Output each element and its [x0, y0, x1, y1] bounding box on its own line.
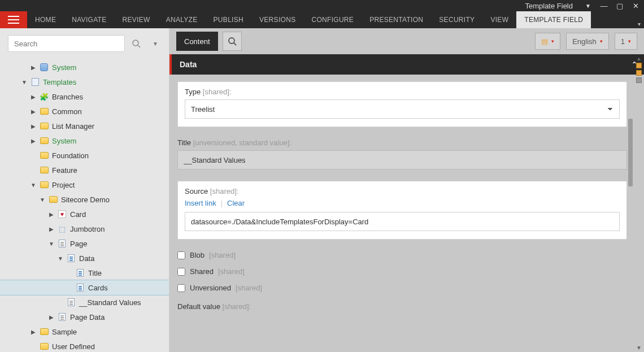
scroll-up-icon[interactable]: ▲ — [636, 55, 642, 62]
ribbon-collapse-icon[interactable]: ▾ — [638, 21, 641, 27]
folder-icon — [40, 121, 49, 131]
tree-node[interactable]: ▶__Standard Values — [0, 295, 169, 310]
expand-icon[interactable]: ▶ — [29, 123, 37, 129]
collapse-icon[interactable]: ▼ — [47, 241, 55, 247]
ribbon-tab-analyze[interactable]: ANALYZE — [158, 11, 206, 28]
tree-node[interactable]: ▶Feature — [0, 163, 169, 177]
tree-node[interactable]: ▶Title — [0, 266, 169, 280]
type-select[interactable]: Treelist — [185, 99, 620, 119]
section-header-data[interactable]: Data ⌃ — [169, 54, 644, 75]
document-icon — [76, 268, 85, 277]
tree-node[interactable]: ▶System — [0, 133, 169, 148]
toggle-placeholder: ▶ — [29, 167, 37, 173]
ribbon-tab-navigate[interactable]: NAVIGATE — [64, 11, 114, 28]
tree-node-label: Page Data — [70, 313, 105, 321]
document-icon — [76, 283, 85, 292]
tree-node[interactable]: ▶Sample — [0, 324, 169, 339]
folder-icon — [40, 342, 49, 351]
expand-icon[interactable]: ▶ — [29, 64, 37, 71]
tree-node[interactable]: ▶⬚Jumbotron — [0, 221, 169, 236]
tree-node[interactable]: ▶♥Card — [0, 207, 169, 221]
validation-marker[interactable] — [636, 70, 642, 76]
validation-marker[interactable] — [636, 77, 642, 83]
tree-node-label: Common — [52, 107, 82, 116]
expand-icon[interactable]: ▶ — [47, 211, 55, 218]
version-label: 1 — [621, 37, 625, 46]
tree-node-label: System — [52, 137, 76, 145]
svg-line-3 — [234, 43, 236, 45]
window-close-icon[interactable]: ✕ — [630, 1, 641, 11]
database-icon — [40, 63, 49, 72]
default-value-label: Default value — [177, 302, 220, 311]
search-options-dropdown[interactable]: ▼ — [147, 36, 163, 51]
tree-pane: ▼ ▶System▼Templates▶🧩Branches▶Common▶Lis… — [0, 28, 169, 352]
scrollbar-thumb[interactable] — [628, 119, 633, 186]
app-menu-button[interactable] — [0, 11, 27, 28]
expand-icon[interactable]: ▶ — [29, 138, 37, 144]
shared-checkbox[interactable] — [177, 268, 185, 276]
window-dropdown-icon[interactable]: ▼ — [583, 1, 593, 11]
ribbon-tab-versions[interactable]: VERSIONS — [251, 11, 303, 28]
svg-point-2 — [229, 38, 234, 44]
unversioned-checkbox[interactable] — [177, 284, 185, 292]
search-content-button[interactable] — [223, 32, 242, 51]
document-icon — [58, 312, 67, 321]
tree-node[interactable]: ▶Cards — [0, 280, 169, 295]
collapse-icon[interactable]: ▼ — [20, 79, 28, 85]
ribbon-tab-presentation[interactable]: PRESENTATION — [362, 11, 431, 28]
ribbon-tab-review[interactable]: REVIEW — [115, 11, 158, 28]
expand-icon[interactable]: ▶ — [29, 94, 37, 100]
tree-node[interactable]: ▼Templates — [0, 75, 169, 89]
window-maximize-icon[interactable]: ▢ — [615, 1, 625, 11]
scroll-down-icon[interactable]: ▼ — [636, 345, 642, 351]
title-input[interactable] — [177, 150, 627, 170]
tree-node[interactable]: ▼Page — [0, 236, 169, 251]
ribbon-tab-home[interactable]: HOME — [27, 11, 64, 28]
tree-node[interactable]: ▼Sitecore Demo — [0, 192, 169, 207]
list-icon: ▤ — [541, 37, 548, 46]
svg-line-1 — [138, 45, 140, 47]
ribbon-tab-view[interactable]: VIEW — [482, 11, 516, 28]
expand-icon[interactable]: ▶ — [29, 108, 37, 115]
collapse-icon[interactable]: ▼ — [38, 197, 46, 203]
tree-node-label: Cards — [88, 284, 108, 292]
folder-icon — [40, 136, 49, 145]
tree-node[interactable]: ▼Data — [0, 251, 169, 266]
navigate-dropdown[interactable]: ▤▾ — [535, 33, 560, 50]
ribbon-tab-publish[interactable]: PUBLISH — [206, 11, 251, 28]
tree-node[interactable]: ▶User Defined — [0, 339, 169, 352]
toggle-placeholder: ▶ — [29, 153, 37, 159]
collapse-icon[interactable]: ▼ — [56, 255, 64, 262]
tree-node[interactable]: ▶Page Data — [0, 310, 169, 324]
ribbon-tab-security[interactable]: SECURITY — [431, 11, 482, 28]
tree-node[interactable]: ▶List Manager — [0, 119, 169, 133]
tree-node[interactable]: ▶🧩Branches — [0, 89, 169, 104]
tree-node-label: Title — [88, 269, 102, 277]
expand-icon[interactable]: ▶ — [47, 314, 55, 320]
window-minimize-icon[interactable]: — — [599, 1, 609, 11]
language-dropdown[interactable]: English▾ — [566, 33, 609, 50]
tree-node[interactable]: ▶Common — [0, 104, 169, 119]
tab-content[interactable]: Content — [176, 32, 218, 51]
expand-icon[interactable]: ▶ — [47, 226, 55, 232]
version-dropdown[interactable]: 1▾ — [615, 33, 637, 50]
collapse-icon[interactable]: ▼ — [29, 182, 37, 188]
insert-link[interactable]: Insert link — [185, 199, 216, 207]
search-icon[interactable] — [128, 36, 144, 51]
expand-icon[interactable]: ▶ — [29, 329, 37, 335]
blob-checkbox[interactable] — [177, 251, 185, 259]
ribbon-tab-template-field[interactable]: TEMPLATE FIELD — [516, 11, 591, 28]
ribbon-tab-configure[interactable]: CONFIGURE — [303, 11, 362, 28]
svg-point-0 — [133, 40, 138, 46]
validation-marker[interactable] — [636, 63, 642, 68]
tree-node[interactable]: ▶System — [0, 60, 169, 75]
source-input[interactable] — [185, 212, 620, 231]
tree-node[interactable]: ▶Foundation — [0, 148, 169, 163]
ribbon: HOMENAVIGATEREVIEWANALYZEPUBLISHVERSIONS… — [0, 11, 644, 28]
hamburger-icon — [8, 16, 19, 24]
tree-node[interactable]: ▼Project — [0, 177, 169, 192]
validation-gutter: ▲ ▼ — [634, 54, 644, 352]
search-input[interactable] — [8, 35, 125, 52]
clear-link[interactable]: Clear — [227, 199, 245, 207]
document-icon — [67, 298, 76, 307]
